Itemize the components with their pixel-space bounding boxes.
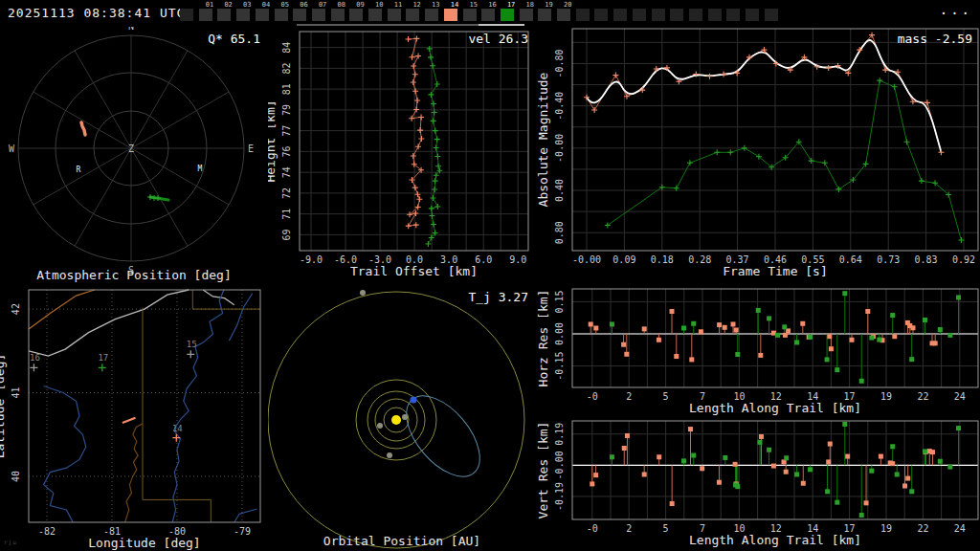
panel-orbital-position: T_j 3.27 Orbital Position [AU] [268, 285, 536, 551]
svg-text:0.83: 0.83 [915, 254, 938, 265]
svg-text:0.28: 0.28 [688, 254, 711, 265]
svg-text:0.92: 0.92 [952, 254, 975, 265]
svg-text:N: N [128, 27, 134, 32]
frame-thumb-label: 18 [526, 1, 534, 9]
overflow-menu-icon[interactable]: ... [940, 2, 972, 17]
frame-thumb-blank[interactable] [652, 9, 665, 21]
svg-text:17: 17 [98, 353, 108, 363]
frame-thumb-blank[interactable] [613, 9, 627, 21]
frame-thumb-blank[interactable] [576, 9, 590, 21]
svg-text:76: 76 [281, 145, 292, 157]
frame-thumb-label: 09 [356, 1, 364, 9]
panel-light-curve: -0.000.090.180.280.370.460.550.640.730.8… [536, 27, 980, 285]
frame-thumb-blank[interactable] [726, 9, 740, 21]
frame-thumb-label: 15 [470, 1, 478, 9]
svg-text:Height [km]: Height [km] [268, 99, 278, 182]
frame-thumb-13[interactable] [425, 9, 438, 21]
frame-thumb-blank[interactable] [746, 9, 759, 21]
frame-thumb-02[interactable] [217, 9, 231, 21]
panel-trail-offset: -9.0-6.0-3.00.03.06.09.08482817977767472… [268, 27, 536, 285]
frame-thumb-label: 01 [206, 1, 213, 9]
trail-offset-plot: -9.0-6.0-3.00.03.06.09.08482817977767472… [268, 27, 536, 285]
map-watermark: rju [4, 539, 17, 545]
frame-thumb-11[interactable] [388, 9, 401, 21]
svg-text:-0.19: -0.19 [554, 482, 565, 511]
svg-text:-79: -79 [234, 526, 251, 537]
frame-thumb-19[interactable] [538, 9, 551, 21]
svg-text:Length Along Trail [km]: Length Along Trail [km] [689, 401, 861, 415]
svg-text:14: 14 [172, 424, 183, 433]
svg-text:5: 5 [663, 391, 669, 402]
panel-ground-map: 16171514-82-81-80-79424140Longitude [deg… [0, 285, 268, 551]
svg-text:0.09: 0.09 [612, 254, 635, 265]
velocity-value: vel 26.3 [468, 32, 528, 46]
svg-text:41: 41 [11, 386, 21, 398]
frame-thumb-blank[interactable] [594, 9, 608, 21]
svg-text:82: 82 [281, 62, 292, 74]
svg-text:79: 79 [281, 104, 292, 116]
svg-text:15: 15 [187, 340, 197, 349]
frame-thumb-label: 20 [564, 1, 571, 9]
frame-strip-scrollbar[interactable] [297, 24, 479, 26]
svg-text:Vert Res [km]: Vert Res [km] [536, 422, 550, 519]
svg-text:40: 40 [11, 471, 21, 482]
mass-value: mass -2.59 [898, 32, 972, 46]
frame-thumb-20[interactable] [557, 9, 570, 21]
frame-thumb-15[interactable] [463, 9, 477, 21]
svg-text:81: 81 [281, 83, 292, 95]
frame-thumb-10[interactable] [368, 9, 382, 21]
frame-thumb-label: 12 [412, 1, 420, 9]
ground-map-plot: 16171514-82-81-80-79424140Longitude [deg… [0, 285, 268, 551]
frame-thumb-18[interactable] [520, 9, 533, 21]
frame-thumb-06[interactable] [293, 9, 306, 21]
svg-text:0.18: 0.18 [651, 254, 674, 265]
svg-text:R: R [77, 165, 81, 174]
frame-thumb-blank[interactable] [180, 9, 193, 21]
frame-thumb-blank[interactable] [670, 9, 683, 21]
q-value: Q* 65.1 [208, 32, 260, 46]
frame-thumb-17[interactable] [501, 9, 514, 21]
frame-thumb-16[interactable] [481, 9, 495, 21]
panel-vertical-residuals: -0257101214171922240.19-0.00-0.19Length … [536, 418, 980, 551]
atmospheric-position-caption: Atmospheric Position [deg] [0, 268, 268, 282]
frame-thumb-09[interactable] [349, 9, 363, 21]
svg-text:0.64: 0.64 [839, 254, 862, 265]
svg-text:Horz Res [km]: Horz Res [km] [536, 290, 550, 387]
frame-thumb-blank[interactable] [708, 9, 722, 21]
panel-horizontal-residuals: -0257101214171922240.150.00-0.15Length A… [536, 285, 980, 418]
top-bar: 20251113 08:38:41 UTC 010203040506070809… [0, 0, 980, 27]
frame-thumb-blank[interactable] [765, 9, 778, 21]
light-curve-plot: -0.000.090.180.280.370.460.550.640.730.8… [536, 27, 980, 285]
panel-atmospheric-position: NESWZRM Q* 65.1 Atmospheric Position [de… [0, 27, 268, 285]
frame-strip-scrollbar-thumb[interactable] [479, 24, 524, 26]
horizontal-residuals-plot: -0257101214171922240.150.00-0.15Length A… [536, 285, 980, 418]
frame-thumb-blank[interactable] [633, 9, 646, 21]
frame-thumb-01[interactable] [199, 9, 212, 21]
frame-thumb-08[interactable] [331, 9, 345, 21]
frame-thumb-blank[interactable] [689, 9, 702, 21]
svg-text:-82: -82 [38, 526, 56, 537]
svg-text:74: 74 [281, 166, 292, 178]
svg-text:42: 42 [11, 303, 21, 315]
svg-text:M: M [198, 165, 203, 173]
atmospheric-position-plot: NESWZRM [0, 27, 268, 285]
frame-thumb-label: 05 [281, 1, 289, 9]
svg-text:-0: -0 [587, 523, 598, 534]
frame-thumb-12[interactable] [406, 9, 419, 21]
frame-thumb-04[interactable] [256, 9, 269, 21]
svg-text:-0.00: -0.00 [554, 134, 565, 163]
frame-thumb-07[interactable] [312, 9, 325, 21]
frame-thumb-label: 10 [375, 1, 383, 9]
svg-text:Length Along Trail [km]: Length Along Trail [km] [689, 533, 861, 547]
frame-thumb-03[interactable] [236, 9, 250, 21]
frame-thumb-14[interactable] [444, 9, 457, 21]
svg-text:Z: Z [128, 143, 134, 154]
frame-thumb-label: 08 [338, 1, 345, 9]
svg-text:69: 69 [281, 229, 292, 240]
frame-thumb-05[interactable] [275, 9, 288, 21]
svg-text:E: E [248, 143, 254, 154]
svg-text:84: 84 [281, 42, 292, 54]
orbital-position-plot [268, 285, 536, 551]
svg-text:0.15: 0.15 [554, 290, 565, 313]
svg-text:Latitude [deg]: Latitude [deg] [0, 354, 7, 459]
